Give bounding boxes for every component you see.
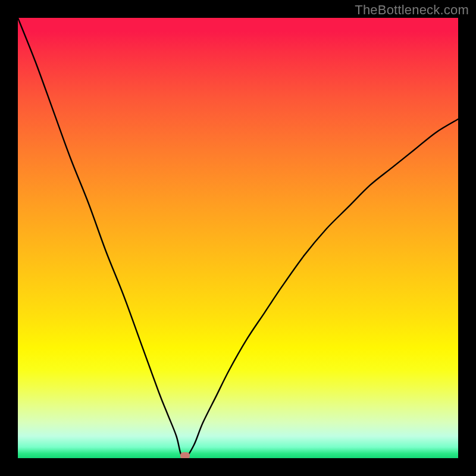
optimum-marker <box>180 452 190 458</box>
watermark-text: TheBottleneck.com <box>355 2 469 18</box>
plot-area <box>18 18 458 458</box>
chart-frame: TheBottleneck.com <box>0 0 476 476</box>
bottleneck-curve <box>18 18 458 458</box>
